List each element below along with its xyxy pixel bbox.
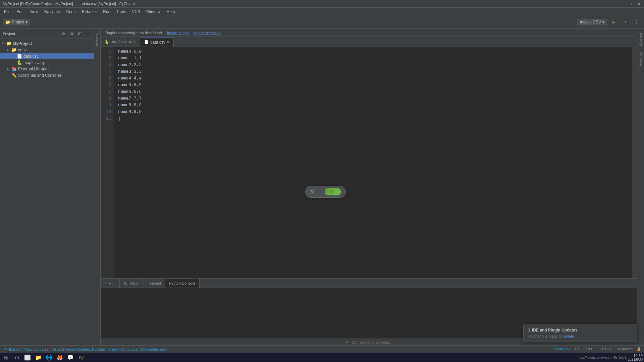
- taskbar: ⊞ ⊙ ⬜ 📁 🌐 🦊 💬 Py https://ld.qq.com/weixi…: [0, 353, 644, 362]
- start-button[interactable]: ⊞: [1, 353, 11, 361]
- ime-dot: ·: [317, 189, 318, 194]
- project-tree: ▼ 📁 MyProject ▶ 📁 venv 📄 data.csv 🐍 map2…: [0, 39, 94, 345]
- left-vert-tabs: Hierarchy: [94, 29, 101, 345]
- ignore-extension-link[interactable]: Ignore extension: [193, 31, 220, 35]
- tab-close-1[interactable]: ✕: [167, 40, 169, 44]
- taskbar-firefox[interactable]: 🦊: [55, 353, 64, 361]
- taskbar-explorer[interactable]: 📁: [34, 353, 43, 361]
- sync-icon[interactable]: ⟳: [61, 31, 67, 37]
- notification-update-link[interactable]: update: [563, 334, 574, 338]
- tree-item-5[interactable]: ✏️ Scratches and Consoles: [0, 72, 94, 78]
- left-vert-tab-0[interactable]: Hierarchy: [95, 30, 100, 50]
- update-button[interactable]: ↑: [621, 17, 630, 27]
- notification-body-text: PyCharm is ready to: [528, 334, 563, 338]
- editor-tab-1[interactable]: 📄data.csv✕: [140, 37, 174, 47]
- editor-tab-0[interactable]: 🐍map2csv.py✕: [101, 37, 140, 47]
- tree-item-4[interactable]: ▶ 📚 External Libraries: [0, 66, 94, 72]
- line-num-7: 7: [102, 88, 111, 95]
- settings-icon[interactable]: ⚙: [69, 31, 75, 37]
- line-num-6: 6: [102, 82, 111, 88]
- code-editor[interactable]: 1234567891011 name0,0,0name1,1,1name2,2,…: [101, 47, 637, 278]
- cursor-position[interactable]: 1:1: [575, 347, 580, 351]
- line-num-2: 2: [102, 55, 111, 62]
- project-label: Project: [12, 20, 24, 24]
- tree-arrow-1: ▶: [7, 48, 11, 52]
- taskbar-view[interactable]: ⬜: [23, 353, 32, 361]
- tree-icon-3: 🐍: [17, 60, 22, 65]
- menu-item-navigate[interactable]: Navigate: [42, 9, 63, 15]
- spinner-icon: ⟳: [346, 340, 349, 344]
- collapse-icon[interactable]: —: [85, 31, 91, 37]
- menu-item-refactor[interactable]: Refactor: [79, 9, 100, 15]
- tab-icon-0: 🐍: [105, 40, 109, 44]
- taskbar-tray: https://ld.qq.com/weixin_4575831: [577, 356, 626, 359]
- encoding[interactable]: UTF-8 ÷: [600, 347, 614, 351]
- taskbar-cortana[interactable]: ⊙: [12, 353, 21, 361]
- tree-item-1[interactable]: ▶ 📁 venv: [0, 47, 94, 53]
- close-button[interactable]: ✕: [637, 1, 641, 6]
- line-separator[interactable]: CRLF ÷: [584, 347, 596, 351]
- tree-item-2[interactable]: 📄 data.csv: [0, 53, 94, 59]
- menu-item-view[interactable]: View: [27, 9, 41, 15]
- taskbar-clock[interactable]: 10:59 2021/8/30: [628, 354, 643, 361]
- notification-title: ℹ IDE and Plugin Updates: [528, 327, 632, 333]
- status-bar: ⎇ IDE and Plugin Updates: IDE and Plugin…: [0, 345, 644, 353]
- menu-item-help[interactable]: Help: [164, 9, 178, 15]
- notification-popup: ℹ IDE and Plugin Updates PyCharm is read…: [523, 324, 637, 342]
- code-line-5: name4,4,4: [118, 75, 628, 82]
- toolbar: 📁 Project ▾ map→ CSV ▾ ▶ ↑ ⋮: [0, 15, 644, 29]
- run-config-dropdown[interactable]: map→ CSV ▾: [577, 19, 607, 25]
- tree-item-3[interactable]: 🐍 map2csv.py: [0, 59, 94, 66]
- right-gutter: StructureFavorites: [637, 29, 644, 345]
- bottom-tab-1[interactable]: 6: TODO: [120, 279, 143, 288]
- code-line-2: name1,1,1: [118, 55, 628, 62]
- chevron-run-icon: ▾: [602, 20, 604, 24]
- chevron-down-icon: ▾: [25, 20, 28, 24]
- tree-label-3: map2csv.py: [23, 60, 45, 65]
- right-tab-0[interactable]: Structure: [638, 30, 643, 49]
- right-tab-1[interactable]: Favorites: [638, 49, 643, 68]
- menu-item-run[interactable]: Run: [100, 9, 113, 15]
- code-line-6: name5,5,5: [118, 82, 628, 88]
- more-button[interactable]: ⋮: [632, 17, 641, 27]
- bottom-tab-3[interactable]: Python Console: [165, 279, 200, 288]
- expand-icon[interactable]: ⊞: [77, 31, 83, 37]
- bottom-tab-0[interactable]: 4: Run: [101, 279, 120, 288]
- info-icon: ℹ: [528, 327, 530, 333]
- lock-icon[interactable]: 🔒: [637, 347, 641, 351]
- tree-icon-4: 📚: [11, 66, 17, 71]
- taskbar-chat[interactable]: 💬: [66, 353, 75, 361]
- tree-label-0: MyProject: [13, 41, 32, 46]
- editor-scrollbar[interactable]: [632, 47, 637, 278]
- install-plugins-link[interactable]: Install plugins: [167, 31, 190, 35]
- ime-green-icon: 🌿: [325, 188, 341, 195]
- ide-update-status[interactable]: IDE and Plugin Updates: IDE and Plugin U…: [9, 347, 167, 351]
- minimize-button[interactable]: ─: [623, 1, 628, 6]
- line-num-1: 1: [102, 48, 111, 55]
- project-dropdown[interactable]: 📁 Project ▾: [3, 19, 30, 25]
- code-line-3: name2,2,2: [118, 62, 628, 68]
- code-content[interactable]: name0,0,0name1,1,1name2,2,2name3,3,3name…: [114, 47, 632, 278]
- taskbar-ie[interactable]: 🌐: [44, 353, 54, 361]
- bottom-tab-2[interactable]: Terminal: [143, 279, 165, 288]
- tab-close-0[interactable]: ✕: [133, 40, 136, 44]
- ime-text: 英: [310, 189, 314, 195]
- tree-item-0[interactable]: ▼ 📁 MyProject: [0, 40, 94, 47]
- event-log[interactable]: Event Log: [554, 347, 571, 351]
- tree-icon-5: ✏️: [11, 73, 17, 78]
- run-button[interactable]: ▶: [609, 17, 619, 27]
- sidebar-header: Project ⟳ ⚙ ⊞ —: [0, 29, 94, 39]
- menu-item-code[interactable]: Code: [63, 9, 78, 15]
- taskbar-pycharm[interactable]: Py: [76, 353, 86, 361]
- menu-item-file[interactable]: File: [1, 9, 13, 15]
- menu-item-edit[interactable]: Edit: [14, 9, 26, 15]
- restore-button[interactable]: □: [630, 1, 635, 6]
- tree-label-1: venv: [18, 48, 26, 52]
- menu-item-tools[interactable]: Tools: [114, 9, 128, 15]
- tree-arrow-0: ▼: [1, 42, 5, 45]
- menu-item-vcs[interactable]: VCS: [129, 9, 143, 15]
- indent[interactable]: 4 spaces: [618, 347, 633, 351]
- ime-popup: 英 · · 🌿: [305, 186, 346, 198]
- menu-item-window[interactable]: Window: [144, 9, 163, 15]
- menu-bar: FileEditViewNavigateCodeRefactorRunTools…: [0, 7, 644, 15]
